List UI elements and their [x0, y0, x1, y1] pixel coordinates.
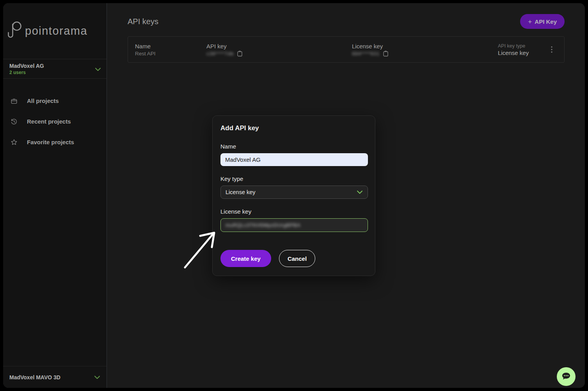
name-input[interactable] — [220, 153, 368, 166]
cancel-button[interactable]: Cancel — [279, 250, 315, 267]
license-key-input[interactable]: muRQLc3TKH5MpzDUrgBPBA — [220, 218, 368, 232]
modal-title: Add API key — [220, 124, 367, 132]
create-key-button[interactable]: Create key — [220, 250, 271, 267]
chat-widget-button[interactable] — [557, 367, 576, 386]
chevron-down-icon — [357, 189, 363, 196]
add-api-key-modal: Add API key Name Key type License key Li… — [212, 115, 375, 276]
name-field-label: Name — [220, 143, 367, 150]
chat-bubble-icon — [561, 372, 571, 382]
app-window: pointorama MadVoxel AG 2 users — [3, 3, 585, 388]
license-key-value: muRQLc3TKH5MpzDUrgBPBA — [226, 222, 300, 228]
modal-actions: Create key Cancel — [220, 250, 367, 267]
key-type-field-label: Key type — [220, 175, 367, 182]
key-type-select[interactable]: License key — [220, 186, 368, 199]
license-key-field-label: License key — [220, 208, 367, 215]
key-type-selected-value: License key — [226, 189, 357, 195]
